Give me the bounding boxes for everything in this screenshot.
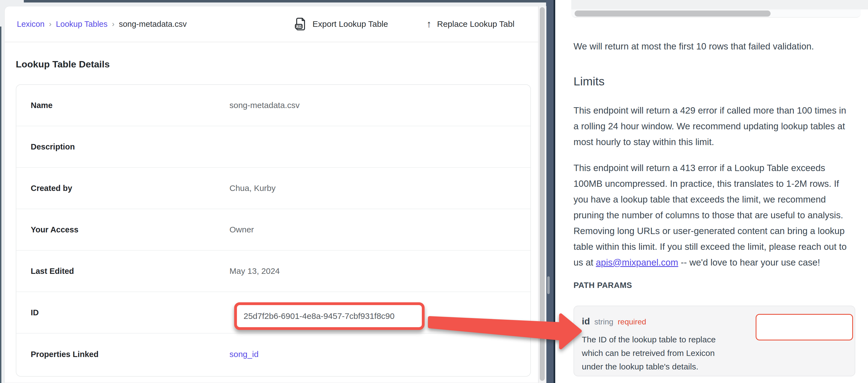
breadcrumb-separator: ›: [49, 20, 52, 29]
table-row: Last EditedMay 13, 2024: [16, 251, 530, 292]
limits-paragraph-429: This endpoint will return a 429 error if…: [574, 103, 852, 150]
row-label: Name: [16, 101, 229, 110]
breadcrumb: Lexicon › Lookup Tables › song-metadata.…: [17, 6, 187, 42]
api-docs-panel: We will return at most the first 10 rows…: [555, 0, 868, 383]
horizontal-scrollbar-thumb[interactable]: [575, 10, 771, 16]
param-name: id: [582, 316, 590, 327]
export-lookup-table-button[interactable]: CSV Export Lookup Table: [294, 6, 388, 42]
page-title: Lookup Table Details: [16, 59, 110, 70]
lookup-table-header: Lexicon › Lookup Tables › song-metadata.…: [5, 6, 538, 42]
svg-text:CSV: CSV: [296, 25, 302, 28]
lookup-table-id-value: 25d7f2b6-6901-4e8a-9457-7cbf931f8c90: [244, 311, 395, 321]
paragraph-413-text-after: -- we'd love to hear your use case!: [678, 257, 820, 268]
screenshot-root: Lexicon › Lookup Tables › song-metadata.…: [0, 0, 868, 383]
param-description: The ID of the lookup table to replace wh…: [582, 333, 737, 373]
window-divider: [546, 0, 554, 383]
docs-top-strip: [571, 0, 868, 9]
property-link[interactable]: song_id: [229, 350, 258, 359]
left-scrollbar-thumb[interactable]: [540, 7, 545, 381]
validation-note: We will return at most the first 10 rows…: [574, 40, 856, 53]
param-required-badge: required: [618, 317, 646, 326]
limits-paragraph-413: This endpoint will return a 413 error if…: [574, 160, 852, 270]
row-value[interactable]: song_id: [229, 350, 258, 359]
window-chrome-left-strip: [0, 27, 1, 383]
row-label: Properties Linked: [16, 350, 229, 359]
support-email-link[interactable]: apis@mixpanel.com: [596, 257, 678, 268]
divider-scrollbar-thumb[interactable]: [547, 276, 550, 294]
upload-arrow-icon: ↑: [427, 19, 432, 29]
param-header: id string required: [582, 316, 646, 327]
param-id-input[interactable]: [755, 314, 853, 341]
row-label: Last Edited: [16, 267, 229, 276]
breadcrumb-link-lookup-tables[interactable]: Lookup Tables: [56, 20, 108, 29]
csv-file-icon: CSV: [294, 17, 307, 31]
replace-button-label: Replace Lookup Tabl: [437, 19, 515, 29]
export-button-label: Export Lookup Table: [312, 19, 388, 29]
row-label: Your Access: [16, 225, 229, 234]
limits-heading: Limits: [574, 75, 604, 88]
paragraph-413-text: This endpoint will return a 413 error if…: [574, 163, 847, 268]
breadcrumb-link-lexicon[interactable]: Lexicon: [17, 20, 44, 29]
table-row: Your AccessOwner: [16, 209, 530, 251]
table-row: Namesong-metadata.csv: [16, 85, 530, 126]
lookup-table-details-card: Namesong-metadata.csvDescriptionCreated …: [16, 84, 531, 377]
path-param-card: id string required The ID of the lookup …: [574, 306, 855, 376]
breadcrumb-separator: ›: [112, 20, 114, 29]
table-row: Description: [16, 126, 530, 168]
table-row: Properties Linkedsong_id: [16, 334, 530, 375]
row-value: May 13, 2024: [229, 267, 280, 276]
row-value: Chua, Kurby: [229, 183, 276, 193]
table-row: Created byChua, Kurby: [16, 168, 530, 209]
breadcrumb-current-file: song-metadata.csv: [119, 20, 187, 29]
row-value: song-metadata.csv: [229, 101, 300, 110]
param-type: string: [594, 317, 613, 326]
row-label: Created by: [16, 184, 229, 193]
row-label: ID: [16, 308, 229, 317]
id-highlight-box: 25d7f2b6-6901-4e8a-9457-7cbf931f8c90: [234, 302, 425, 330]
path-params-label: PATH PARAMS: [574, 281, 632, 290]
replace-lookup-table-button[interactable]: ↑ Replace Lookup Tabl: [427, 6, 515, 42]
window-chrome-top-bar: [24, 0, 555, 2]
row-label: Description: [16, 142, 229, 151]
row-value: Owner: [229, 225, 254, 234]
